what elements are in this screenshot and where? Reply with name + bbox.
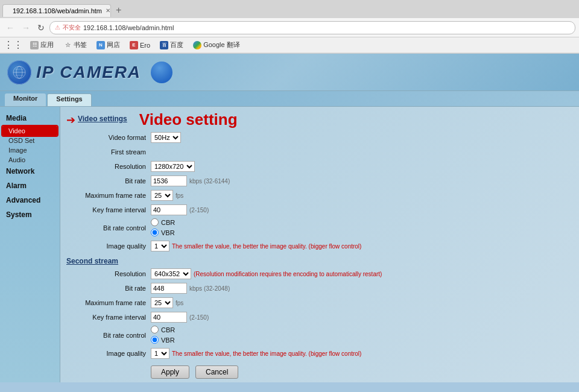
browser-chrome: 192.168.1.108/web/admin.htm ✕ + ← → ↻ ⚠ … xyxy=(0,0,579,54)
net-icon: N xyxy=(96,41,105,49)
bookmarks-icon: ☆ xyxy=(63,41,72,49)
bookmark-bookmarks[interactable]: ☆ 书签 xyxy=(61,40,89,50)
bookmark-apps-label: 应用 xyxy=(40,40,54,49)
cancel-button[interactable]: Cancel xyxy=(195,365,238,379)
apply-button[interactable]: Apply xyxy=(151,365,189,379)
content-header-row: ➔ Video settings Video setting xyxy=(66,110,573,129)
first-keyframe-input[interactable] xyxy=(151,204,187,215)
first-vbr-row: VBR xyxy=(151,229,175,236)
page-header: IP CAMERA xyxy=(0,54,579,91)
second-bitrate-row: Bit rate kbps (32-2048) xyxy=(66,282,573,294)
globe-lines xyxy=(7,60,31,84)
arrow-indicator-icon: ➔ xyxy=(66,113,75,127)
address-bar[interactable]: ⚠ 不安全 192.168.1.108/web/admin.html xyxy=(49,21,575,34)
first-bitratecontrol-row: Bit rate control CBR VBR xyxy=(66,218,573,238)
first-imagequality-select[interactable]: 1 2 3 4 5 6 xyxy=(151,241,169,251)
sidebar: Media Video OSD Set Image Audio Network … xyxy=(0,107,60,382)
first-imagequality-row: Image quality 1 2 3 4 5 6 The smaller th… xyxy=(66,240,573,252)
first-cbr-radio[interactable] xyxy=(151,218,159,226)
first-bitratecontrol-label: Bit rate control xyxy=(66,224,151,232)
sidebar-section-network[interactable]: Network xyxy=(2,165,57,178)
first-keyframe-label: Key frame interval xyxy=(66,206,151,213)
sidebar-section-advanced[interactable]: Advanced xyxy=(2,194,57,207)
first-stream-section: Video format 50Hz 60Hz Auto First stream… xyxy=(66,131,573,252)
new-tab-button[interactable]: + xyxy=(113,5,124,16)
second-bitrate-label: Bit rate xyxy=(66,285,151,292)
sidebar-section-alarm[interactable]: Alarm xyxy=(2,179,57,192)
first-cbr-row: CBR xyxy=(151,218,175,226)
first-stream-label-row: First stream xyxy=(66,146,573,158)
bookmark-google-label: Google 翻译 xyxy=(203,40,240,49)
first-framerate-select[interactable]: 25 30 15 xyxy=(151,190,173,201)
first-stream-sublabel: First stream xyxy=(66,148,151,156)
sidebar-section-system[interactable]: System xyxy=(2,208,57,221)
globe-right-icon xyxy=(151,62,172,83)
first-vbr-label: VBR xyxy=(161,229,175,236)
main-layout: Media Video OSD Set Image Audio Network … xyxy=(0,107,579,382)
brand-text: IP CAMERA xyxy=(36,63,141,82)
apps-dots-icon[interactable]: ⋮⋮ xyxy=(4,39,23,51)
bookmark-ero-label: Ero xyxy=(140,42,150,49)
first-framerate-label: Maximum frame rate xyxy=(66,192,151,199)
first-bitrate-label: Bit rate xyxy=(66,177,151,185)
video-format-select[interactable]: 50Hz 60Hz Auto xyxy=(151,132,181,143)
second-framerate-select[interactable]: 25 30 15 xyxy=(151,297,173,308)
bookmark-apps[interactable]: ☷ 应用 xyxy=(28,40,56,50)
first-keyframe-row: Key frame interval (2-150) xyxy=(66,204,573,216)
page-title: Video setting xyxy=(139,110,238,129)
sidebar-item-image[interactable]: Image xyxy=(2,145,57,155)
second-framerate-row: Maximum frame rate 25 30 15 fps xyxy=(66,297,573,309)
video-format-row: Video format 50Hz 60Hz Auto xyxy=(66,131,573,144)
first-resolution-label: Resolution xyxy=(66,163,151,170)
second-cbr-row: CBR xyxy=(151,326,175,334)
second-imagequality-select[interactable]: 1 2 3 4 5 6 xyxy=(151,348,169,359)
bookmarks-bar: ⋮⋮ ☷ 应用 ☆ 书签 N 网店 E Ero 百 百度 Google 翻译 xyxy=(0,37,579,53)
lock-icon: ⚠ xyxy=(55,24,60,31)
first-resolution-select[interactable]: 1280x720 640x480 320x240 xyxy=(151,161,195,172)
second-resolution-select[interactable]: 640x352 320x240 160x120 xyxy=(151,268,191,279)
tab-close-icon[interactable]: ✕ xyxy=(106,7,110,14)
first-bitrate-hint: kbps (32-6144) xyxy=(189,178,230,185)
first-keyframe-hint: (2-150) xyxy=(189,207,209,213)
second-bitrate-hint: kbps (32-2048) xyxy=(189,285,230,292)
second-vbr-radio[interactable] xyxy=(151,336,159,344)
bookmark-baidu[interactable]: 百 百度 xyxy=(157,40,186,50)
apps-icon: ☷ xyxy=(30,41,39,49)
first-stream-title: Video settings xyxy=(78,115,127,123)
second-bitratecontrol-row: Bit rate control CBR VBR xyxy=(66,326,573,345)
first-bitrate-row: Bit rate kbps (32-6144) xyxy=(66,175,573,187)
bookmark-google[interactable]: Google 翻译 xyxy=(191,40,242,50)
reload-button[interactable]: ↻ xyxy=(35,22,47,34)
second-keyframe-input[interactable] xyxy=(151,312,187,323)
browser-tab[interactable]: 192.168.1.108/web/admin.htm ✕ xyxy=(2,4,111,17)
camera-logo: IP CAMERA xyxy=(7,60,172,84)
sidebar-item-osd[interactable]: OSD Set xyxy=(2,136,57,145)
sidebar-section-media[interactable]: Media xyxy=(2,112,57,125)
second-imagequality-row: Image quality 1 2 3 4 5 6 The smaller th… xyxy=(66,347,573,359)
forward-button[interactable]: → xyxy=(19,22,33,34)
not-secure-label: 不安全 xyxy=(63,24,81,32)
tab-bar: 192.168.1.108/web/admin.htm ✕ + xyxy=(0,0,579,18)
first-vbr-radio[interactable] xyxy=(151,229,159,236)
bookmark-bookmarks-label: 书签 xyxy=(74,40,87,49)
nav-bar: ← → ↻ ⚠ 不安全 192.168.1.108/web/admin.html xyxy=(0,18,579,37)
top-navigation: Monitor Settings xyxy=(0,91,579,107)
bookmark-baidu-label: 百度 xyxy=(170,40,183,49)
second-bitratecontrol-label: Bit rate control xyxy=(66,332,151,339)
bookmark-net[interactable]: N 网店 xyxy=(94,40,122,50)
second-cbr-radio[interactable] xyxy=(151,326,159,334)
sidebar-item-video[interactable]: Video xyxy=(2,126,57,136)
bookmark-net-label: 网店 xyxy=(107,40,120,49)
sidebar-item-audio[interactable]: Audio xyxy=(2,155,57,165)
tab-title: 192.168.1.108/web/admin.htm xyxy=(13,7,102,14)
second-bitrate-input[interactable] xyxy=(151,283,187,294)
baidu-icon: 百 xyxy=(160,41,168,49)
bookmark-ero[interactable]: E Ero xyxy=(127,40,153,50)
content-area: ➔ Video settings Video setting Video for… xyxy=(60,107,579,382)
tab-settings[interactable]: Settings xyxy=(47,93,91,106)
second-vbr-label: VBR xyxy=(161,337,175,344)
first-bitrate-input[interactable] xyxy=(151,175,187,186)
tab-monitor[interactable]: Monitor xyxy=(5,93,46,106)
back-button[interactable]: ← xyxy=(4,22,17,34)
second-stream-section: Resolution 640x352 320x240 160x120 (Reso… xyxy=(66,268,573,359)
